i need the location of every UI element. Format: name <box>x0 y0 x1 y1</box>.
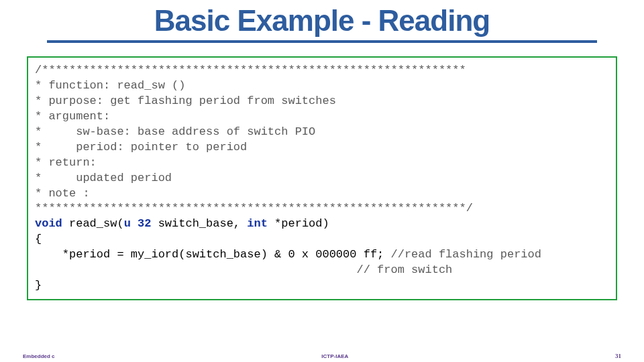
comment-line-8: * updated period <box>35 172 172 184</box>
comment-line-2: * function: read_sw () <box>35 79 185 92</box>
sig-mid: switch_base, <box>151 217 247 230</box>
code-block: /***************************************… <box>27 56 617 300</box>
comment-line-7: * return: <box>35 156 97 169</box>
brace-open: { <box>35 233 42 245</box>
body-indent <box>35 263 356 276</box>
comment-line-4: * argument: <box>35 110 110 123</box>
fn-name-open: read_sw( <box>62 217 124 230</box>
comment-line-1: /***************************************… <box>35 64 466 76</box>
keyword-int: int <box>247 217 268 230</box>
comment-line-10: ****************************************… <box>35 202 473 215</box>
sig-end: *period) <box>268 217 329 230</box>
slide-footer: Embedded c ICTP-IAEA 31 <box>0 350 644 362</box>
body-line: *period = my_iord(switch_base) & 0 x 000… <box>35 248 391 261</box>
slide-title: Basic Example - Reading <box>0 0 644 40</box>
type-u32: u 32 <box>124 217 152 230</box>
comment-line-3: * purpose: get flashing period from swit… <box>35 95 336 107</box>
footer-center: ICTP-IAEA <box>55 353 615 359</box>
comment-line-5: * sw-base: base address of switch PIO <box>35 125 315 138</box>
footer-left: Embedded c <box>23 353 55 359</box>
body-comment-2: // from switch <box>356 263 452 276</box>
comment-line-6: * period: pointer to period <box>35 141 247 154</box>
body-comment-1: //read flashing period <box>391 248 541 261</box>
brace-close: } <box>35 279 42 292</box>
footer-page-number: 31 <box>615 353 621 359</box>
title-divider <box>47 40 597 43</box>
comment-line-9: * note : <box>35 187 90 200</box>
keyword-void: void <box>35 217 62 230</box>
